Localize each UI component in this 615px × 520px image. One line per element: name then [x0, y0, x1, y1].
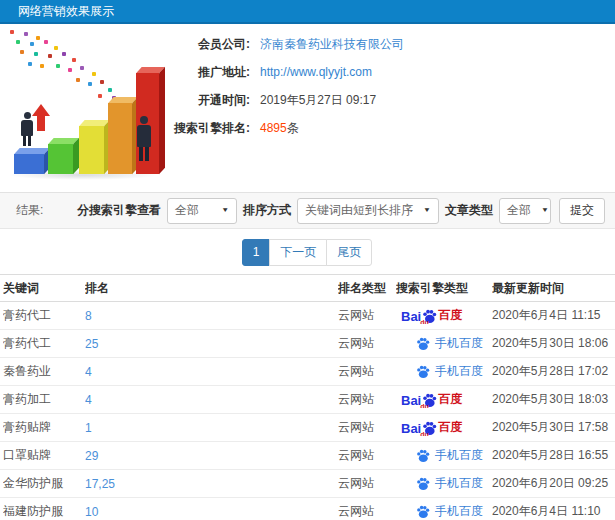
engine-cell: 手机百度 — [396, 475, 492, 492]
update-time-cell: 2020年5月28日 17:02 — [492, 363, 615, 380]
mobile-baidu-label: 手机百度 — [435, 363, 483, 380]
baidu-logo-bai-text: Bai — [401, 393, 421, 408]
baidu-logo-bai-text: Bai — [401, 421, 421, 436]
rank-cell[interactable]: 10 — [85, 505, 338, 519]
update-time-cell: 2020年5月28日 16:55 — [492, 447, 615, 464]
mobile-baidu-label: 手机百度 — [435, 475, 483, 492]
baidu-paw-icon: du — [422, 421, 437, 436]
update-time-cell: 2020年6月4日 11:15 — [492, 307, 615, 324]
engine-rank-value: 4895条 — [260, 120, 299, 137]
rank-cell[interactable]: 4 — [85, 393, 338, 407]
confetti-decoration — [10, 30, 14, 34]
engine-rank-label: 搜索引擎排名: — [162, 120, 250, 137]
engine-cell: 手机百度 — [396, 503, 492, 520]
article-type-label: 文章类型 — [445, 202, 493, 219]
article-type-select[interactable]: 全部 ▼ — [499, 198, 551, 224]
engine-view-label: 分搜索引擎查看 — [77, 202, 161, 219]
promo-url-link[interactable]: http://www.qlyyjt.com — [260, 65, 372, 79]
table-row: 秦鲁药业 4 云网站 手机百度 2020年5月28日 17:02 — [0, 358, 615, 386]
mobile-baidu-paw-icon — [416, 477, 430, 491]
sort-select[interactable]: 关键词由短到长排序 ▼ — [297, 198, 439, 224]
promo-url-row: 推广地址: http://www.qlyyjt.com — [162, 58, 404, 86]
submit-button[interactable]: 提交 — [559, 198, 605, 224]
bar-yellow — [79, 126, 104, 174]
table-row: 膏药贴牌 1 云网站 Bai du 百度 2020年 — [0, 414, 615, 442]
engine-view-select[interactable]: 全部 ▼ — [167, 198, 237, 224]
keyword-cell: 福建防护服 — [3, 503, 85, 520]
baidu-paw-icon: du — [422, 393, 437, 408]
member-info-panel: 会员公司: 济南秦鲁药业科技有限公司 推广地址: http://www.qlyy… — [162, 30, 404, 142]
header-update-time: 最新更新时间 — [492, 280, 615, 297]
baidu-paw-icon: du — [422, 309, 437, 324]
keyword-cell: 膏药加工 — [3, 391, 85, 408]
open-time-row: 开通时间: 2019年5月27日 09:17 — [162, 86, 404, 114]
baidu-logo-du-text: du — [420, 403, 429, 408]
engine-cell: 手机百度 — [396, 447, 492, 464]
rank-cell[interactable]: 8 — [85, 309, 338, 323]
pagination: 1 下一页 尾页 — [0, 239, 615, 266]
engine-rank-row: 搜索引擎排名: 4895条 — [162, 114, 404, 142]
header-keyword: 关键词 — [3, 280, 85, 297]
rank-cell[interactable]: 17,25 — [85, 477, 338, 491]
keyword-cell: 金华防护服 — [3, 475, 85, 492]
rank-cell[interactable]: 25 — [85, 337, 338, 351]
baidu-logo-cn-text: 百度 — [438, 307, 462, 324]
businessman-figure-left — [16, 112, 38, 146]
rank-type-cell: 云网站 — [338, 419, 396, 436]
keyword-cell: 膏药代工 — [3, 335, 85, 352]
baidu-logo-du-text: du — [420, 319, 429, 324]
next-page-button[interactable]: 下一页 — [269, 239, 327, 266]
red-underline-decoration — [418, 352, 427, 353]
chevron-down-icon: ▼ — [541, 207, 549, 214]
chevron-down-icon: ▼ — [221, 207, 229, 214]
mobile-baidu-paw-icon — [416, 365, 430, 379]
table-row: 膏药加工 4 云网站 Bai du 百度 2020年 — [0, 386, 615, 414]
table-row: 口罩贴牌 29 云网站 手机百度 2020年5月28日 16:55 — [0, 442, 615, 470]
page-title-bar: 网络营销效果展示 — [0, 0, 615, 24]
bar-blue — [14, 154, 44, 174]
rank-type-cell: 云网站 — [338, 503, 396, 520]
mobile-baidu-label: 手机百度 — [435, 335, 483, 352]
baidu-pc-logo: Bai du 百度 — [401, 419, 462, 436]
rank-cell[interactable]: 29 — [85, 449, 338, 463]
businessman-figure-right — [132, 116, 156, 161]
rank-cell[interactable]: 4 — [85, 365, 338, 379]
last-page-button[interactable]: 尾页 — [326, 239, 372, 266]
baidu-logo-du-text: du — [420, 431, 429, 436]
rank-type-cell: 云网站 — [338, 363, 396, 380]
sort-selected: 关键词由短到长排序 — [305, 202, 413, 219]
red-underline-decoration — [418, 492, 427, 493]
filter-controls: 分搜索引擎查看 全部 ▼ 排序方式 关键词由短到长排序 ▼ 文章类型 全部 ▼ … — [71, 198, 605, 224]
engine-cell: 手机百度 — [396, 363, 492, 380]
rank-type-cell: 云网站 — [338, 391, 396, 408]
sort-label: 排序方式 — [243, 202, 291, 219]
header-engine-type: 搜索引擎类型 — [396, 280, 492, 297]
table-row: 金华防护服 17,25 云网站 手机百度 2020年6月20日 0 — [0, 470, 615, 498]
engine-cell: 手机百度 — [396, 335, 492, 352]
update-time-cell: 2020年5月30日 17:58 — [492, 419, 615, 436]
bar-orange — [108, 103, 132, 174]
rank-type-cell: 云网站 — [338, 447, 396, 464]
mobile-baidu-paw-icon — [416, 449, 430, 463]
article-type-selected: 全部 — [507, 202, 531, 219]
mobile-baidu-paw-icon — [416, 505, 430, 519]
company-link[interactable]: 济南秦鲁药业科技有限公司 — [260, 36, 404, 53]
update-time-cell: 2020年6月20日 09:25 — [492, 475, 615, 492]
engine-cell: Bai du 百度 — [396, 419, 492, 436]
rank-count-unit: 条 — [287, 121, 299, 135]
red-underline-decoration — [418, 380, 427, 381]
results-table: 关键词 排名 排名类型 搜索引擎类型 最新更新时间 膏药代工 8 云网站 Bai — [0, 274, 615, 520]
open-time-label: 开通时间: — [162, 92, 250, 109]
keyword-cell: 膏药贴牌 — [3, 419, 85, 436]
update-time-cell: 2020年5月30日 18:03 — [492, 391, 615, 408]
header-rank-type: 排名类型 — [338, 280, 396, 297]
baidu-logo-cn-text: 百度 — [438, 391, 462, 408]
header-rank: 排名 — [85, 280, 338, 297]
page-1-button[interactable]: 1 — [242, 239, 271, 266]
rank-type-cell: 云网站 — [338, 307, 396, 324]
mobile-baidu-paw-icon — [416, 337, 430, 351]
growth-chart-illustration — [2, 28, 174, 180]
engine-cell: Bai du 百度 — [396, 307, 492, 324]
red-underline-decoration — [418, 464, 427, 465]
rank-cell[interactable]: 1 — [85, 421, 338, 435]
